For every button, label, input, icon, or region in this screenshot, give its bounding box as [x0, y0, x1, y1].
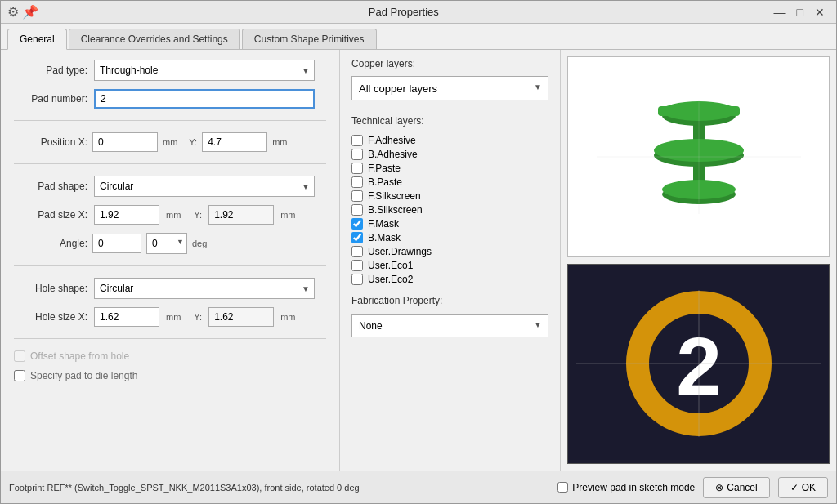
position-y-input[interactable]: [202, 132, 267, 152]
pad-shape-row: Pad shape: Circular ▼: [14, 176, 326, 197]
ok-icon: ✓: [790, 482, 799, 493]
tech-label: Technical layers:: [351, 115, 548, 127]
b-adhesive-label: B.Adhesive: [368, 149, 418, 160]
offset-checkbox[interactable]: [14, 350, 25, 362]
ok-label: OK: [802, 482, 816, 493]
window-controls: — □ ✕: [769, 4, 830, 20]
pad-shape-label: Pad shape:: [14, 181, 87, 192]
hole-size-x-label: Hole size X:: [14, 311, 87, 323]
preview-top-svg: [597, 100, 801, 214]
hole-shape-select[interactable]: Circular: [94, 278, 315, 299]
pad-size-x-label: Pad size X:: [14, 209, 87, 221]
tech-item-b-silkscreen: B.Silkscreen: [351, 204, 548, 216]
copper-select[interactable]: All copper layers: [351, 76, 548, 100]
f-mask-checkbox[interactable]: [351, 218, 363, 230]
f-paste-checkbox[interactable]: [351, 163, 363, 174]
cancel-label: Cancel: [727, 482, 757, 493]
b-silkscreen-checkbox[interactable]: [351, 204, 363, 216]
pad-type-row: Pad type: Through-hole ▼: [14, 60, 326, 81]
preview-bottom-svg: 2: [576, 290, 821, 437]
f-silkscreen-checkbox[interactable]: [351, 190, 363, 202]
ok-button[interactable]: ✓ OK: [778, 477, 828, 498]
tech-item-user-eco2: User.Eco2: [351, 274, 548, 285]
offset-row: Offset shape from hole: [14, 350, 326, 362]
angle-label: Angle:: [14, 238, 87, 249]
sketch-checkbox[interactable]: [557, 482, 568, 493]
hole-shape-row: Hole shape: Circular ▼: [14, 278, 326, 299]
pad-shape-select[interactable]: Circular: [94, 176, 315, 197]
app-icon: ⚙: [7, 4, 19, 20]
tech-item-f-paste: F.Paste: [351, 163, 548, 174]
tech-item-b-paste: B.Paste: [351, 176, 548, 188]
pad-number-input[interactable]: 2: [94, 89, 315, 109]
left-panel: Pad type: Through-hole ▼ Pad number: 2 P…: [1, 50, 340, 471]
hole-size-row: Hole size X: mm Y: mm: [14, 307, 326, 327]
angle-input[interactable]: [92, 234, 141, 253]
die-length-row: Specify pad to die length: [14, 370, 326, 381]
user-eco2-label: User.Eco2: [368, 274, 413, 285]
tab-general[interactable]: General: [7, 29, 67, 50]
offset-label: Offset shape from hole: [30, 350, 129, 362]
preview-bottom: 2: [567, 264, 830, 465]
fab-select-wrap: None ▼: [351, 314, 548, 337]
angle-unit-select[interactable]: 0: [146, 233, 187, 254]
minimize-button[interactable]: —: [769, 4, 790, 20]
title-bar-icons: ⚙ 📌: [7, 4, 38, 20]
user-drawings-label: User.Drawings: [368, 246, 432, 257]
status-text: Footprint REF** (Switch_Toggle_SPST_NKK_…: [9, 483, 360, 493]
tech-item-user-eco1: User.Eco1: [351, 260, 548, 271]
b-mask-checkbox[interactable]: [351, 232, 363, 243]
sketch-label: Preview pad in sketch mode: [572, 482, 695, 493]
f-silkscreen-label: F.Silkscreen: [368, 190, 421, 202]
user-eco1-checkbox[interactable]: [351, 260, 363, 271]
user-eco2-checkbox[interactable]: [351, 274, 363, 285]
maximize-button[interactable]: □: [792, 4, 808, 20]
pad-size-y-label: Y:: [194, 210, 202, 220]
pad-size-x-input[interactable]: [94, 205, 159, 225]
user-drawings-checkbox[interactable]: [351, 246, 363, 257]
tech-item-f-mask: F.Mask: [351, 218, 548, 230]
main-window: ⚙ 📌 Pad Properties — □ ✕ General Clearan…: [0, 0, 837, 504]
main-content: Pad type: Through-hole ▼ Pad number: 2 P…: [1, 50, 836, 471]
angle-deg-label: deg: [192, 239, 207, 248]
b-paste-label: B.Paste: [368, 176, 402, 188]
f-adhesive-label: F.Adhesive: [368, 135, 416, 146]
tech-item-f-silkscreen: F.Silkscreen: [351, 190, 548, 202]
tech-item-b-adhesive: B.Adhesive: [351, 149, 548, 160]
cancel-button[interactable]: ⊗ Cancel: [703, 477, 769, 498]
position-x-label: Position X:: [14, 136, 87, 148]
pad-size-y-input[interactable]: [208, 205, 274, 225]
preview-top: [567, 56, 830, 257]
copper-select-wrap: All copper layers ▼: [351, 76, 548, 100]
pad-type-select-wrap: Through-hole ▼: [94, 60, 315, 81]
pad-size-row: Pad size X: mm Y: mm: [14, 205, 326, 225]
f-adhesive-checkbox[interactable]: [351, 135, 363, 146]
copper-label: Copper layers:: [351, 58, 548, 69]
user-eco1-label: User.Eco1: [368, 260, 413, 271]
pos-mm1: mm: [163, 137, 177, 147]
pad-size-mm1: mm: [166, 210, 181, 220]
angle-row: Angle: 0 ▼ deg: [14, 233, 326, 254]
title-bar: ⚙ 📌 Pad Properties — □ ✕: [1, 1, 836, 24]
angle-select-wrap: 0 ▼: [146, 233, 187, 254]
tech-list: F.Adhesive B.Adhesive F.Paste B.Paste F.…: [351, 135, 548, 285]
tech-item-b-mask: B.Mask: [351, 232, 548, 243]
pad-type-label: Pad type:: [14, 65, 87, 76]
pad-size-mm2: mm: [280, 210, 295, 220]
pad-type-select[interactable]: Through-hole: [94, 60, 315, 81]
position-x-input[interactable]: [92, 132, 158, 152]
hole-size-x-input[interactable]: [94, 307, 159, 327]
die-length-checkbox[interactable]: [14, 370, 25, 381]
b-paste-checkbox[interactable]: [351, 176, 363, 188]
fab-select[interactable]: None: [351, 314, 548, 337]
tab-custom[interactable]: Custom Shape Primitives: [242, 29, 377, 49]
hole-shape-select-wrap: Circular ▼: [94, 278, 315, 299]
pad-number-label: Pad number:: [14, 93, 87, 105]
hole-size-mm1: mm: [166, 312, 181, 322]
hole-size-y-input[interactable]: [208, 307, 274, 327]
tab-clearance[interactable]: Clearance Overrides and Settings: [69, 29, 240, 49]
b-adhesive-checkbox[interactable]: [351, 149, 363, 160]
close-button[interactable]: ✕: [810, 4, 830, 20]
right-panel: 2: [561, 50, 836, 471]
b-silkscreen-label: B.Silkscreen: [368, 204, 423, 216]
